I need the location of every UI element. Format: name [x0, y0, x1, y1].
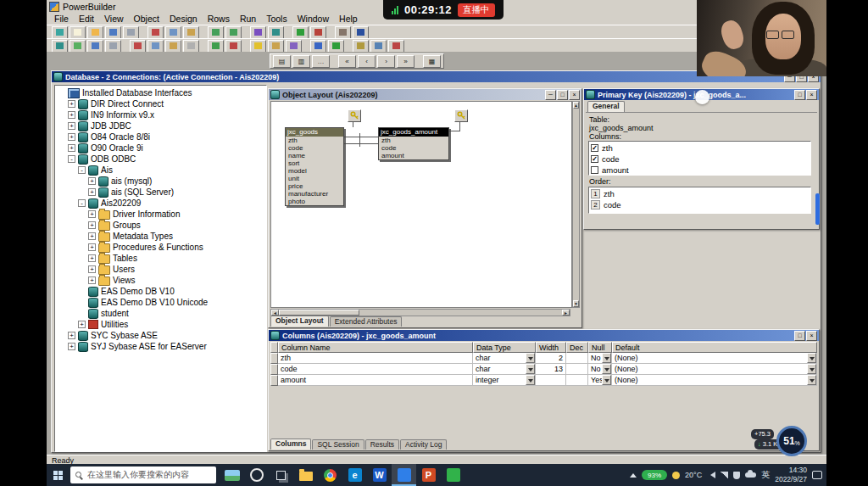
tree-expander-icon[interactable]: + — [68, 343, 75, 350]
primary-key-button-jxc-goods[interactable] — [348, 109, 361, 122]
columns-titlebar[interactable]: Columns (Ais202209) - jxc_goods_amount □… — [269, 330, 819, 341]
close-icon[interactable]: × — [806, 331, 817, 341]
tree-expander-icon[interactable]: + — [88, 277, 96, 284]
tree-item[interactable]: +O84 Oracle 8/8i — [55, 131, 266, 142]
security-shield-icon[interactable] — [733, 472, 740, 479]
clear-icon[interactable] — [183, 40, 199, 53]
save-icon[interactable] — [105, 26, 121, 39]
dropdown-arrow-icon[interactable] — [526, 353, 535, 363]
cell-column-name[interactable]: amount — [278, 375, 473, 386]
tree-item[interactable]: Installed Database Interfaces — [55, 87, 266, 98]
tree-expander-icon[interactable]: + — [88, 221, 96, 229]
tree-expander-icon[interactable]: + — [68, 100, 75, 108]
chrome-icon[interactable] — [318, 464, 342, 486]
tree-item[interactable]: +Driver Information — [55, 209, 266, 220]
grid-row[interactable]: amountintegerYes(None) — [270, 375, 817, 386]
tab-activity-log[interactable]: Activity Log — [400, 439, 447, 450]
tree-expander-icon[interactable]: - — [78, 199, 86, 207]
cell-data-type[interactable]: char — [473, 364, 536, 375]
taskbar-clock[interactable]: 14:30 2022/9/27 — [775, 466, 807, 483]
cell-null[interactable]: Yes — [588, 375, 612, 386]
index-icon[interactable] — [286, 40, 302, 53]
pk-column-row[interactable]: amount — [591, 165, 809, 176]
tree-expander-icon[interactable]: + — [88, 243, 96, 251]
run-icon[interactable] — [292, 26, 309, 39]
primary-key-button-jxc-goods-amount[interactable] — [454, 109, 468, 122]
maximize-icon[interactable]: □ — [794, 90, 805, 100]
dropdown-arrow-icon[interactable] — [526, 375, 535, 385]
tree-item[interactable]: +Users — [55, 264, 266, 275]
tab-object-layout[interactable]: Object Layout — [270, 316, 329, 327]
checkbox-amount[interactable] — [591, 166, 598, 174]
tree-expander-icon[interactable]: - — [78, 166, 86, 174]
tree-item[interactable]: EAS Demo DB V10 — [55, 286, 266, 297]
tree-item[interactable]: +Tables — [55, 253, 266, 264]
cell-data-type[interactable]: integer — [473, 375, 536, 386]
menu-window[interactable]: Window — [292, 14, 334, 24]
row-selector[interactable] — [270, 375, 278, 386]
tree-item[interactable]: +ais (mysql) — [55, 176, 266, 187]
edge-browser-icon[interactable]: e — [342, 464, 367, 486]
usage-badge[interactable]: 51 % — [776, 426, 807, 456]
help-icon[interactable] — [353, 26, 369, 39]
tree-item[interactable]: +Utilities — [55, 319, 266, 330]
dropdown-arrow-icon[interactable] — [807, 364, 816, 374]
word-icon[interactable]: W — [367, 464, 392, 486]
cell-width[interactable]: 13 — [536, 364, 566, 375]
tree-item[interactable]: +Views — [55, 275, 266, 286]
row-selector[interactable] — [270, 364, 278, 375]
execute-sql-icon[interactable] — [328, 40, 344, 53]
vertical-scrollbar[interactable]: ▲ ▼ — [572, 101, 580, 308]
tree-item[interactable]: +O90 Oracle 9i — [55, 142, 266, 154]
prev-row-icon[interactable]: ‹ — [358, 55, 376, 68]
cell-null[interactable]: No — [588, 364, 612, 375]
cell-default[interactable]: (None) — [612, 375, 817, 386]
floating-widget-button[interactable] — [695, 90, 709, 104]
tree-item[interactable]: -Ais202209 — [55, 198, 266, 209]
dropdown-arrow-icon[interactable] — [602, 364, 611, 374]
copy2-icon[interactable] — [147, 40, 164, 53]
tree-expander-icon[interactable]: - — [68, 155, 75, 163]
paste2-icon[interactable] — [165, 40, 181, 53]
menu-object[interactable]: Object — [129, 14, 164, 24]
tab-columns[interactable]: Columns — [270, 439, 311, 450]
cell-dec[interactable] — [566, 364, 588, 375]
pk-order-row[interactable]: 2code — [591, 199, 809, 210]
tree-expander-icon[interactable]: + — [78, 321, 86, 328]
scroll-left-icon[interactable]: ◄ — [271, 310, 279, 316]
entity-jxc_goods_amount[interactable]: jxc_goods_amountzthcodeamount — [378, 127, 449, 160]
grid-row[interactable]: codechar13No(None) — [270, 364, 817, 375]
notification-center-icon[interactable] — [812, 471, 822, 479]
db-profile-icon[interactable] — [250, 26, 266, 39]
grid-row[interactable]: zthchar2No(None) — [270, 353, 817, 364]
tree-item[interactable]: -Ais — [55, 165, 266, 176]
cell-column-name[interactable]: zth — [278, 353, 473, 364]
new-icon[interactable] — [70, 26, 86, 39]
tree-item[interactable]: +SYJ Sybase ASE for EAServer — [55, 341, 266, 352]
insert-row-icon[interactable] — [208, 40, 224, 53]
tree-expander-icon[interactable]: + — [88, 265, 96, 273]
minimize-icon[interactable]: ─ — [545, 90, 556, 100]
new-table-icon[interactable] — [70, 40, 86, 53]
tab-extended-attributes[interactable]: Extended Attributes — [330, 316, 403, 327]
sql-painter-icon[interactable] — [310, 40, 326, 53]
wechat-icon[interactable] — [441, 464, 465, 486]
open-icon[interactable] — [87, 26, 103, 39]
more-icon[interactable]: … — [312, 55, 330, 68]
close-icon[interactable]: × — [569, 90, 580, 100]
first-row-icon[interactable]: « — [338, 55, 356, 68]
dropdown-arrow-icon[interactable] — [526, 364, 535, 374]
tab-general[interactable]: General — [587, 101, 625, 112]
volume-icon[interactable] — [707, 472, 715, 478]
save-ddl-icon[interactable] — [87, 40, 103, 53]
menu-edit[interactable]: Edit — [74, 14, 99, 24]
tray-expand-icon[interactable] — [630, 470, 637, 478]
entity-jxc_goods[interactable]: jxc_goodszthcodenamesortmodelunitpricema… — [285, 127, 344, 206]
maximize-icon[interactable]: □ — [557, 90, 568, 100]
cell-dec[interactable] — [566, 353, 588, 364]
tree-expander-icon[interactable]: + — [88, 210, 96, 218]
cell-data-type[interactable]: char — [473, 353, 536, 364]
library-icon[interactable] — [335, 26, 351, 39]
tree-expander-icon[interactable]: + — [88, 177, 96, 185]
dropdown-arrow-icon[interactable] — [807, 353, 816, 363]
